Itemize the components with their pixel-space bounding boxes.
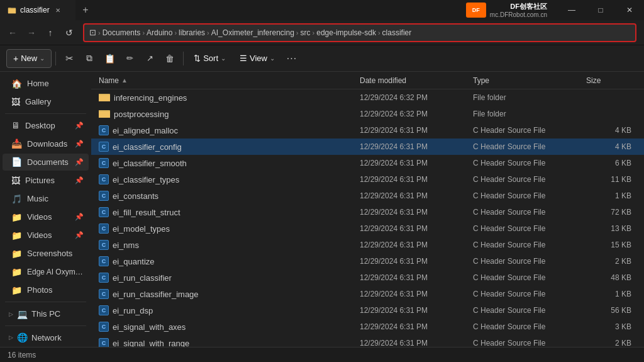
edge-ai-icon: 📁 <box>11 267 22 277</box>
file-row[interactable]: Cei_quantize12/29/2024 6:31 PMC Header S… <box>91 253 644 269</box>
documents-pin: 📌 <box>75 158 84 166</box>
file-row[interactable]: Cei_run_dsp12/29/2024 6:31 PMC Header So… <box>91 302 644 319</box>
maximize-button[interactable]: □ <box>586 0 615 20</box>
file-row[interactable]: Cei_run_classifier12/29/2024 6:31 PMC He… <box>91 269 644 286</box>
refresh-button[interactable]: ↺ <box>60 24 78 42</box>
sidebar-item-home[interactable]: 🏠 Home <box>3 75 89 92</box>
file-row[interactable]: postprocessing12/29/2024 6:32 PMFile fol… <box>91 106 644 122</box>
delete-button[interactable]: 🗑 <box>160 49 179 68</box>
videos2-icon: 📁 <box>11 230 22 240</box>
new-button[interactable]: + New ⌄ <box>6 49 52 68</box>
sidebar-item-pictures[interactable]: 🖼 Pictures 📌 <box>3 172 89 189</box>
network-expand-icon: ▷ <box>9 334 13 341</box>
file-name: ei_quantize <box>113 257 155 266</box>
breadcrumb-src[interactable]: src <box>301 28 311 37</box>
file-type-cell: C Header Source File <box>473 273 586 282</box>
file-row[interactable]: Cei_signal_with_axes12/29/2024 6:31 PMC … <box>91 319 644 335</box>
file-row[interactable]: Cei_aligned_malloc12/29/2024 6:31 PMC He… <box>91 122 644 139</box>
share-button[interactable]: ↗ <box>140 49 159 68</box>
file-row[interactable]: Cei_classifier_smooth12/29/2024 6:31 PMC… <box>91 155 644 171</box>
cut-button[interactable]: ✂ <box>60 49 79 68</box>
view-button[interactable]: ☰ View ⌄ <box>233 49 281 68</box>
sidebar-item-gallery[interactable]: 🖼 Gallery <box>3 93 89 110</box>
this-pc-icon: 💻 <box>17 309 28 319</box>
file-type-cell: C Header Source File <box>473 126 586 135</box>
new-chevron: ⌄ <box>40 55 45 62</box>
sidebar-item-edge-ai[interactable]: 📁 Edge AI Oxymeter <box>3 263 89 280</box>
file-row[interactable]: Cei_model_types12/29/2024 6:31 PMC Heade… <box>91 220 644 237</box>
file-row[interactable]: Cei_run_classifier_image12/29/2024 6:31 … <box>91 286 644 302</box>
status-text: 16 items <box>8 351 36 359</box>
desktop-pin: 📌 <box>75 122 84 130</box>
file-row[interactable]: Cei_constants12/29/2024 6:31 PMC Header … <box>91 188 644 204</box>
col-name[interactable]: Name ▲ <box>99 76 360 85</box>
address-bar[interactable]: ⊡ › Documents › Arduino › libraries › AI… <box>83 23 636 42</box>
c-header-icon: C <box>99 256 109 266</box>
sidebar-item-this-pc[interactable]: ▷ 💻 This PC <box>3 305 89 322</box>
sidebar-item-desktop[interactable]: 🖥 Desktop 📌 <box>3 117 89 134</box>
file-name: postprocessing <box>114 110 169 119</box>
sidebar-item-photos[interactable]: 📁 Photos <box>3 281 89 298</box>
sidebar-item-videos2[interactable]: 📁 Videos 📌 <box>3 227 89 244</box>
file-date-cell: 12/29/2024 6:31 PM <box>360 257 473 266</box>
sidebar: 🏠 Home 🖼 Gallery 🖥 Desktop 📌 📥 Downloads… <box>0 72 91 347</box>
copy-button[interactable]: ⧉ <box>80 49 99 68</box>
sidebar-item-downloads[interactable]: 📥 Downloads 📌 <box>3 135 89 152</box>
status-bar: 16 items <box>0 347 644 362</box>
back-button[interactable]: ← <box>4 24 21 42</box>
new-tab-button[interactable]: + <box>75 0 96 20</box>
sort-button[interactable]: ⇅ Sort ⌄ <box>187 49 232 68</box>
minimize-button[interactable]: — <box>557 0 586 20</box>
tab-close[interactable]: ✕ <box>53 6 62 15</box>
file-size-cell: 15 KB <box>586 240 636 249</box>
sidebar-item-music[interactable]: 🎵 Music <box>3 190 89 207</box>
sidebar-item-network[interactable]: ▷ 🌐 Network <box>3 329 89 346</box>
sidebar-item-videos1[interactable]: 📁 Videos 📌 <box>3 208 89 225</box>
file-date-cell: 12/29/2024 6:31 PM <box>360 240 473 249</box>
forward-button[interactable]: → <box>23 24 40 42</box>
file-row[interactable]: Cei_classifier_config12/29/2024 6:31 PMC… <box>91 139 644 155</box>
close-button[interactable]: ✕ <box>615 0 644 20</box>
col-type[interactable]: Type <box>473 76 586 85</box>
videos1-icon: 📁 <box>11 212 22 222</box>
c-header-icon: C <box>99 240 109 250</box>
rename-button[interactable]: ✏ <box>120 49 139 68</box>
breadcrumb-classifier[interactable]: classifier <box>382 28 412 37</box>
more-button[interactable]: ··· <box>282 49 301 68</box>
file-name-cell: Cei_run_classifier_image <box>99 289 360 299</box>
sidebar-item-documents[interactable]: 📄 Documents 📌 <box>3 154 89 171</box>
col-size[interactable]: Size <box>586 76 636 85</box>
file-name: ei_classifier_smooth <box>113 159 187 168</box>
gallery-label: Gallery <box>25 97 51 106</box>
breadcrumb-sdk[interactable]: edge-impulse-sdk <box>316 28 376 37</box>
breadcrumb-ai[interactable]: AI_Oximeter_inferencing <box>211 28 294 37</box>
videos2-pin: 📌 <box>75 231 84 239</box>
tab-title: classifier <box>20 6 50 14</box>
file-row[interactable]: Cei_fill_result_struct12/29/2024 6:31 PM… <box>91 204 644 220</box>
up-button[interactable]: ↑ <box>42 24 59 42</box>
breadcrumb-documents[interactable]: Documents <box>103 28 141 37</box>
file-type-cell: C Header Source File <box>473 290 586 298</box>
file-size-cell: 72 KB <box>586 208 636 217</box>
downloads-pin: 📌 <box>75 140 84 148</box>
file-row[interactable]: inferencing_engines12/29/2024 6:32 PMFil… <box>91 89 644 106</box>
file-type-cell: C Header Source File <box>473 257 586 266</box>
file-size-cell: 3 KB <box>586 322 636 331</box>
file-name: ei_run_classifier <box>113 273 172 283</box>
documents-label: Documents <box>27 157 70 167</box>
file-size-cell: 13 KB <box>586 224 636 233</box>
file-row[interactable]: Cei_nms12/29/2024 6:31 PMC Header Source… <box>91 237 644 253</box>
view-icon: ☰ <box>240 54 247 63</box>
file-size-cell: 2 KB <box>586 339 636 347</box>
breadcrumb-arduino[interactable]: Arduino <box>147 28 172 37</box>
file-row[interactable]: Cei_signal_with_range12/29/2024 6:31 PMC… <box>91 335 644 347</box>
file-row[interactable]: Cei_classifier_types12/29/2024 6:31 PMC … <box>91 171 644 188</box>
col-date[interactable]: Date modified <box>360 76 473 85</box>
paste-button[interactable]: 📋 <box>100 49 119 68</box>
breadcrumb-libraries[interactable]: libraries <box>179 28 205 37</box>
screenshots-label: Screenshots <box>27 249 72 258</box>
tab[interactable]: classifier ✕ <box>0 0 75 20</box>
file-name: inferencing_engines <box>114 93 187 103</box>
file-type-cell: C Header Source File <box>473 322 586 331</box>
sidebar-item-screenshots[interactable]: 📁 Screenshots <box>3 245 89 262</box>
